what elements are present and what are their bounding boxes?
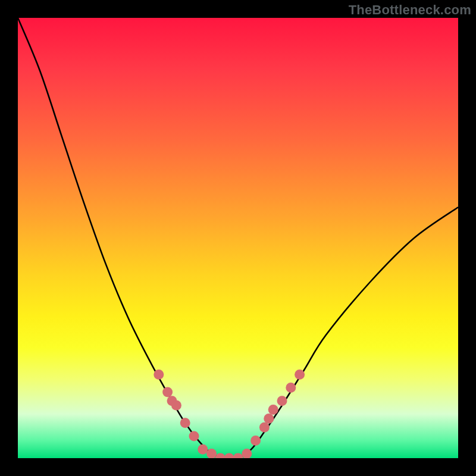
chart-frame: TheBottleneck.com — [0, 0, 476, 476]
watermark-label: TheBottleneck.com — [349, 2, 471, 18]
marker-dot — [233, 453, 243, 459]
bottleneck-curve — [18, 18, 458, 458]
marker-dot — [180, 418, 190, 428]
highlighted-markers — [154, 369, 305, 458]
marker-dot — [295, 369, 305, 380]
marker-dot — [264, 414, 274, 424]
marker-dot — [189, 431, 199, 441]
plot-area — [18, 18, 458, 458]
marker-dot — [171, 400, 181, 411]
marker-dot — [154, 369, 164, 380]
marker-dot — [162, 387, 173, 397]
marker-dot — [277, 396, 287, 406]
marker-dot — [259, 422, 270, 433]
marker-dot — [198, 444, 208, 455]
marker-dot — [268, 405, 278, 415]
marker-dot — [224, 453, 234, 459]
marker-dot — [215, 453, 226, 459]
marker-dot — [286, 383, 296, 393]
chart-svg — [18, 18, 458, 458]
marker-dot — [250, 436, 261, 446]
